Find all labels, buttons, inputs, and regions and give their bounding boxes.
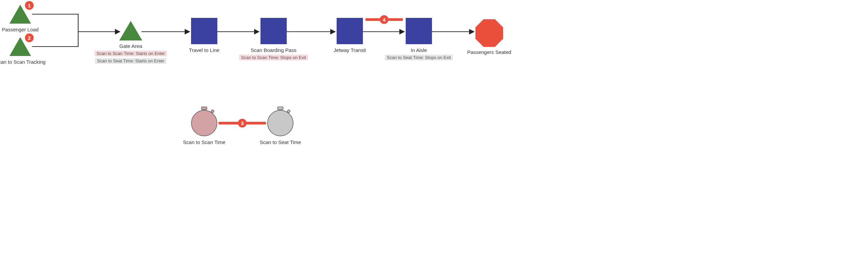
timer-scan-to-seat-label: Scan to Seat Time (260, 139, 301, 145)
badge-4: 4 (380, 15, 389, 24)
gate-area-icon (119, 21, 142, 40)
svg-point-0 (191, 110, 217, 136)
passengers-seated-icon (475, 19, 503, 47)
in-aisle-icon (406, 18, 432, 44)
in-aisle-label: In Aisle (411, 47, 427, 53)
timer-scan-to-scan-icon (191, 107, 217, 136)
svg-point-3 (268, 110, 293, 136)
svg-rect-1 (202, 107, 207, 110)
svg-rect-4 (278, 107, 283, 110)
timer-scan-to-seat-icon (268, 107, 293, 136)
badge-1: 1 (25, 1, 34, 10)
gate-area-tag-2: Scan to Seat Time: Starts on Enter (95, 58, 166, 64)
flow-diagram: Passenger Load Scan to Scan Tracking Gat… (0, 0, 521, 153)
scan-boarding-pass-icon (260, 18, 287, 44)
travel-to-line-icon (191, 18, 217, 44)
passenger-load-label: Passenger Load (2, 27, 38, 32)
jetway-transit-icon (337, 18, 363, 44)
scan-tracking-label: Scan to Scan Tracking (0, 59, 45, 65)
gate-area-tag-1: Scan to Scan Time: Starts on Enter (94, 51, 167, 56)
scan-boarding-pass-label: Scan Boarding Pass (251, 47, 297, 53)
timer-scan-to-scan-label: Scan to Scan Time (183, 139, 225, 145)
passengers-seated-label: Passengers Seated (467, 49, 512, 55)
diagram-svg (0, 0, 521, 153)
badge-2: 2 (25, 33, 34, 42)
jetway-transit-label: Jetway Transit (334, 47, 366, 53)
in-aisle-tag: Scan to Seat Time: Stops on Exit (385, 55, 453, 60)
badge-3: 3 (238, 119, 247, 128)
travel-to-line-label: Travel to Line (189, 47, 219, 53)
scan-pass-tag: Scan to Scan Time: Stops on Exit (239, 55, 308, 60)
gate-area-label: Gate Area (119, 43, 142, 49)
square-shapes (191, 18, 432, 44)
